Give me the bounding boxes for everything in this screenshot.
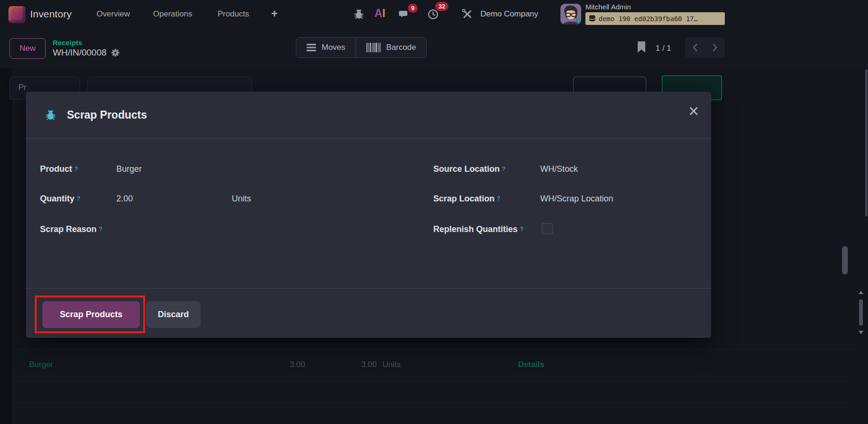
scrap-location-label: Scrap Location bbox=[433, 194, 495, 204]
pager-next-button[interactable] bbox=[705, 37, 725, 58]
footer-divider bbox=[26, 288, 711, 288]
user-name[interactable]: Mitchell Admin bbox=[585, 3, 631, 11]
bookmark-icon[interactable] bbox=[637, 41, 646, 53]
plus-icon[interactable]: + bbox=[271, 0, 277, 28]
messages-badge: 9 bbox=[408, 4, 418, 13]
source-location-help-icon[interactable]: ? bbox=[502, 166, 505, 172]
replenish-field-row: Replenish Quantities ? bbox=[433, 222, 523, 237]
debug-bug-icon[interactable] bbox=[353, 8, 365, 20]
ai-logo-icon[interactable]: AI bbox=[374, 7, 385, 20]
company-switcher[interactable]: Demo Company bbox=[480, 0, 538, 28]
breadcrumb: WH/IN/00008 bbox=[53, 48, 120, 58]
breadcrumb-current: WH/IN/00008 bbox=[53, 48, 106, 58]
source-location-field-row: Source Location ? bbox=[433, 161, 505, 176]
product-value[interactable]: Burger bbox=[116, 161, 142, 176]
moves-button-label: Moves bbox=[322, 43, 345, 52]
barcode-button[interactable]: Barcode bbox=[356, 38, 426, 57]
moves-button[interactable]: Moves bbox=[296, 38, 356, 57]
top-navbar: Inventory Overview Operations Products +… bbox=[0, 0, 868, 28]
inner-scrollbar-thumb[interactable] bbox=[859, 299, 863, 326]
inventory-app-icon[interactable] bbox=[8, 6, 25, 23]
breadcrumb-parent[interactable]: Receipts bbox=[53, 39, 82, 47]
source-location-value[interactable]: WH/Stock bbox=[540, 161, 578, 176]
close-icon[interactable]: × bbox=[689, 102, 699, 120]
barcode-icon bbox=[366, 43, 381, 52]
pager-previous-button[interactable] bbox=[685, 37, 705, 58]
database-name: demo_190_ed02b39fba60_17… bbox=[599, 15, 698, 23]
control-panel: New Receipts WH/IN/00008 Moves bbox=[0, 28, 868, 68]
dialog-header: Scrap Products × bbox=[26, 92, 711, 139]
chevron-left-icon bbox=[693, 44, 698, 51]
menu-operations[interactable]: Operations bbox=[153, 0, 192, 28]
replenish-label: Replenish Quantities bbox=[433, 224, 518, 234]
replenish-checkbox[interactable] bbox=[542, 223, 553, 234]
scrap-location-help-icon[interactable]: ? bbox=[497, 195, 500, 202]
dialog-title: Scrap Products bbox=[67, 109, 147, 121]
activities-badge: 32 bbox=[435, 2, 448, 11]
product-field-row: Product ? bbox=[40, 161, 78, 176]
database-icon bbox=[588, 15, 596, 23]
scrap-products-dialog: Scrap Products × Product ? Burger Quanti… bbox=[26, 92, 711, 338]
quantity-uom: Units bbox=[232, 191, 251, 206]
gear-icon[interactable] bbox=[111, 48, 120, 57]
list-icon bbox=[307, 44, 316, 51]
source-location-label: Source Location bbox=[433, 164, 500, 174]
pager bbox=[685, 37, 725, 58]
scrap-reason-label: Scrap Reason bbox=[40, 224, 97, 234]
bug-icon bbox=[45, 109, 57, 121]
scroll-up-arrow[interactable] bbox=[859, 291, 863, 294]
app-name[interactable]: Inventory bbox=[30, 0, 72, 28]
quantity-help-icon[interactable]: ? bbox=[77, 195, 80, 202]
menu-products[interactable]: Products bbox=[218, 0, 249, 28]
quantity-field-row: Quantity ? bbox=[40, 191, 80, 206]
scroll-down-arrow[interactable] bbox=[859, 331, 863, 334]
database-pill[interactable]: demo_190_ed02b39fba60_17… bbox=[585, 12, 725, 25]
new-button[interactable]: New bbox=[9, 38, 46, 59]
dialog-scrollbar-thumb[interactable] bbox=[842, 246, 848, 274]
scrap-location-field-row: Scrap Location ? bbox=[433, 191, 500, 206]
replenish-help-icon[interactable]: ? bbox=[520, 226, 523, 232]
menu-overview[interactable]: Overview bbox=[97, 0, 130, 28]
app-window: Inventory Overview Operations Products +… bbox=[0, 0, 868, 424]
page-scrollbar-thumb[interactable] bbox=[865, 69, 868, 216]
product-label: Product bbox=[40, 164, 72, 174]
chevron-right-icon bbox=[713, 44, 717, 51]
product-help-icon[interactable]: ? bbox=[74, 166, 78, 172]
user-avatar[interactable]: ✈ bbox=[560, 4, 581, 24]
pager-count[interactable]: 1 / 1 bbox=[656, 38, 671, 59]
quantity-label: Quantity bbox=[40, 194, 74, 204]
plane-status-icon: ✈ bbox=[575, 16, 581, 24]
scrap-reason-input[interactable] bbox=[116, 222, 229, 236]
inner-scrollbar bbox=[857, 291, 865, 334]
messages-icon[interactable] bbox=[398, 8, 409, 20]
discard-button[interactable]: Discard bbox=[146, 301, 201, 328]
tools-icon[interactable] bbox=[462, 8, 473, 20]
scrap-reason-field-row: Scrap Reason ? bbox=[40, 222, 102, 237]
ai-logo-letter-i: I bbox=[382, 7, 385, 19]
scrap-reason-help-icon[interactable]: ? bbox=[99, 226, 102, 232]
barcode-button-label: Barcode bbox=[386, 43, 416, 52]
scrap-products-button[interactable]: Scrap Products bbox=[42, 301, 140, 328]
scrap-location-value[interactable]: WH/Scrap Location bbox=[540, 191, 613, 206]
view-switcher: Moves Barcode bbox=[296, 37, 427, 58]
activities-clock-icon[interactable] bbox=[427, 8, 438, 20]
quantity-value[interactable]: 2.00 bbox=[116, 191, 133, 206]
ai-logo-letter-a: A bbox=[374, 7, 382, 19]
